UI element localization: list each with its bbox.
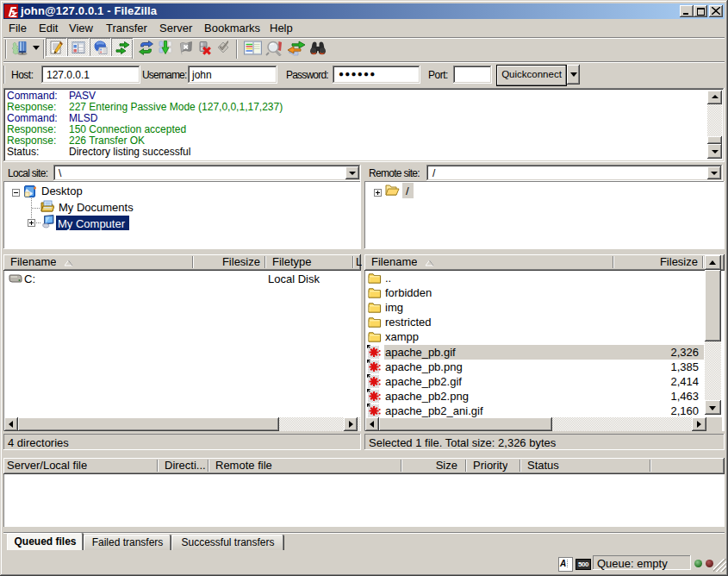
svg-text:A: A	[559, 559, 566, 568]
